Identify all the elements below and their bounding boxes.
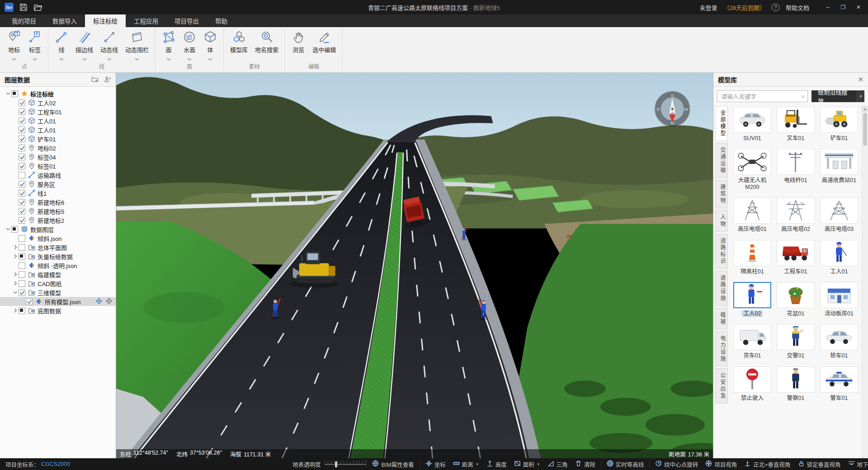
category-tab-道路设施[interactable]: 道路设施 bbox=[715, 271, 728, 306]
layer-visibility-checkbox[interactable] bbox=[19, 280, 25, 287]
chevron-down-icon[interactable] bbox=[187, 55, 192, 58]
category-tab-交通运输[interactable]: 交通运输 bbox=[715, 143, 728, 178]
layer-tree-item[interactable]: 新建地标5 bbox=[0, 207, 116, 216]
model-card-cabin[interactable]: 活动板房01 bbox=[818, 282, 860, 317]
category-tab-全部模型[interactable]: 全部模型 bbox=[715, 106, 728, 141]
compass[interactable]: S E W N bbox=[654, 91, 690, 127]
chevron-down-icon[interactable]: ▼ bbox=[857, 90, 864, 102]
layer-tree-item[interactable]: 工人01 bbox=[0, 116, 116, 125]
ribbon-button-hand[interactable]: 浏览 bbox=[288, 30, 309, 58]
chevron-down-icon[interactable] bbox=[135, 55, 139, 58]
model-card-bollard[interactable]: 隔离柱01 bbox=[731, 240, 773, 275]
status-tool-underground[interactable]: 地下视角 bbox=[848, 460, 868, 469]
layer-visibility-checkbox[interactable] bbox=[19, 154, 25, 160]
chevron-down-icon[interactable] bbox=[33, 55, 37, 58]
category-tab-公安应急[interactable]: 公安应急 bbox=[715, 368, 728, 404]
model-card-loader[interactable]: 铲车01 bbox=[818, 107, 860, 141]
close-button[interactable]: ✕ bbox=[851, 1, 866, 13]
layer-tree-item[interactable]: 临建模型 bbox=[0, 270, 116, 279]
draw-along-line-button[interactable]: 绘制沿线摆放 ▼ bbox=[811, 90, 864, 102]
chevron-down-icon[interactable] bbox=[12, 55, 16, 58]
scroll-up-icon[interactable]: ▲ bbox=[862, 106, 868, 112]
open-folder-icon[interactable] bbox=[33, 3, 42, 12]
move-icon[interactable] bbox=[96, 298, 102, 306]
model-card-pole[interactable]: 电线杆01 bbox=[775, 149, 816, 190]
menu-tab-数据导入[interactable]: 数据导入 bbox=[44, 14, 85, 27]
layer-visibility-checkbox[interactable] bbox=[19, 108, 25, 115]
layer-tree-item[interactable]: 服务区 bbox=[0, 179, 116, 188]
model-card-forklift[interactable]: 叉车01 bbox=[775, 107, 816, 141]
ribbon-button-volume[interactable]: 体 bbox=[200, 30, 221, 58]
terrain-opacity-slider[interactable] bbox=[325, 464, 366, 465]
model-card-van[interactable]: 货车01 bbox=[731, 324, 773, 359]
layer-visibility-checkbox[interactable] bbox=[19, 208, 25, 215]
status-tool-contour[interactable]: 实时等高线 bbox=[607, 460, 644, 469]
maximize-button[interactable]: ❐ bbox=[835, 1, 851, 13]
layer-visibility-checkbox[interactable] bbox=[19, 262, 25, 269]
layer-tree-item[interactable]: 底图数据 bbox=[0, 306, 116, 315]
layer-tree-item[interactable]: 工人01 bbox=[0, 125, 116, 134]
status-tool-north[interactable]: 正北+垂直视角 bbox=[744, 460, 790, 469]
status-tool-triangle[interactable]: 三角 bbox=[547, 460, 568, 469]
layer-visibility-checkbox[interactable] bbox=[19, 217, 25, 224]
model-card-trafficpolice[interactable]: 交警01 bbox=[775, 324, 816, 359]
layer-tree-item[interactable]: 工人02 bbox=[0, 98, 116, 107]
slider-thumb[interactable] bbox=[335, 461, 337, 467]
status-tool-height[interactable]: 高度 bbox=[486, 460, 507, 469]
help-icon[interactable]: ? bbox=[772, 4, 779, 11]
chevron-down-icon[interactable]: ▼ bbox=[476, 462, 479, 466]
model-card-tower3[interactable]: 高压电塔03 bbox=[818, 197, 860, 232]
layer-tree-item[interactable]: 标注标绘 bbox=[0, 89, 116, 98]
layer-visibility-checkbox[interactable] bbox=[19, 307, 25, 314]
menu-tab-项目导出[interactable]: 项目导出 bbox=[166, 14, 207, 27]
model-card-worker2[interactable]: 工人02 bbox=[731, 282, 773, 317]
layer-visibility-checkbox[interactable] bbox=[19, 190, 25, 197]
layer-visibility-checkbox[interactable] bbox=[19, 136, 25, 142]
expander-closed-icon[interactable] bbox=[12, 307, 19, 314]
status-tool-coord[interactable]: 坐标 bbox=[425, 460, 446, 469]
status-tool-lock[interactable]: 锁定垂直视角 bbox=[798, 460, 841, 469]
crs-value[interactable]: CGCS2000 bbox=[41, 461, 70, 467]
category-tab-道路标识[interactable]: 道路标识 bbox=[715, 234, 728, 269]
expander-open-icon[interactable] bbox=[5, 90, 11, 97]
menu-tab-标注标绘[interactable]: 标注标绘 bbox=[85, 14, 126, 27]
login-status[interactable]: 未登录 bbox=[700, 3, 717, 12]
layer-tree-item[interactable]: 倾斜.json bbox=[0, 234, 116, 243]
layer-tree-item[interactable]: 所有模型.json bbox=[0, 297, 116, 306]
menu-tab-帮助[interactable]: 帮助 bbox=[207, 14, 236, 27]
layer-visibility-checkbox[interactable] bbox=[11, 90, 18, 97]
expander-open-icon[interactable] bbox=[12, 289, 19, 296]
layer-tree-item[interactable]: 标签01 bbox=[0, 161, 116, 170]
model-card-tower1[interactable]: 高压电塔01 bbox=[731, 197, 773, 232]
layer-visibility-checkbox[interactable] bbox=[19, 181, 25, 188]
status-tool-globe[interactable]: 项目视角 bbox=[705, 460, 737, 469]
chevron-down-icon[interactable] bbox=[107, 55, 112, 58]
model-card-police[interactable]: 警察01 bbox=[775, 367, 816, 401]
model-card-flowerpot[interactable]: 花盆01 bbox=[775, 282, 816, 317]
expander-open-icon[interactable] bbox=[5, 226, 11, 233]
3d-viewport[interactable]: S E W N 东经112°48'52.74" 北纬37°53'06.26" 海… bbox=[116, 73, 713, 458]
ribbon-button-modellib[interactable]: 模型库 bbox=[226, 30, 251, 58]
layer-tree-item[interactable]: 新建地标6 bbox=[0, 197, 116, 207]
ribbon-button-strokeline[interactable]: 描边线 bbox=[72, 30, 97, 58]
layer-visibility-checkbox[interactable] bbox=[19, 163, 25, 169]
layer-visibility-checkbox[interactable] bbox=[19, 271, 25, 278]
layer-visibility-checkbox[interactable] bbox=[19, 199, 25, 206]
ribbon-button-polygon[interactable]: 面 bbox=[158, 30, 179, 58]
layer-visibility-checkbox[interactable] bbox=[19, 118, 25, 124]
layer-tree-item[interactable]: 三维模型 bbox=[0, 288, 116, 297]
model-card-dumptruck[interactable]: 工程车01 bbox=[775, 240, 816, 275]
ribbon-button-line[interactable]: 线 bbox=[51, 30, 72, 58]
layer-tree-item[interactable]: 倾斜 -透明.json bbox=[0, 261, 116, 270]
layer-visibility-checkbox[interactable] bbox=[19, 235, 25, 242]
layer-tree-item[interactable]: 地标02 bbox=[0, 143, 116, 152]
layer-tree-item[interactable]: 数据图层 bbox=[0, 225, 116, 234]
expander-closed-icon[interactable] bbox=[12, 244, 19, 251]
expander-closed-icon[interactable] bbox=[12, 280, 19, 287]
category-tab-电力设施[interactable]: 电力设施 bbox=[715, 331, 728, 367]
menu-tab-工程应用[interactable]: 工程应用 bbox=[126, 14, 166, 27]
category-tab-植被[interactable]: 植被 bbox=[715, 308, 728, 329]
chevron-down-icon[interactable]: ▼ bbox=[537, 462, 540, 466]
chevron-down-icon[interactable] bbox=[208, 55, 212, 58]
layer-visibility-checkbox[interactable] bbox=[19, 244, 25, 251]
